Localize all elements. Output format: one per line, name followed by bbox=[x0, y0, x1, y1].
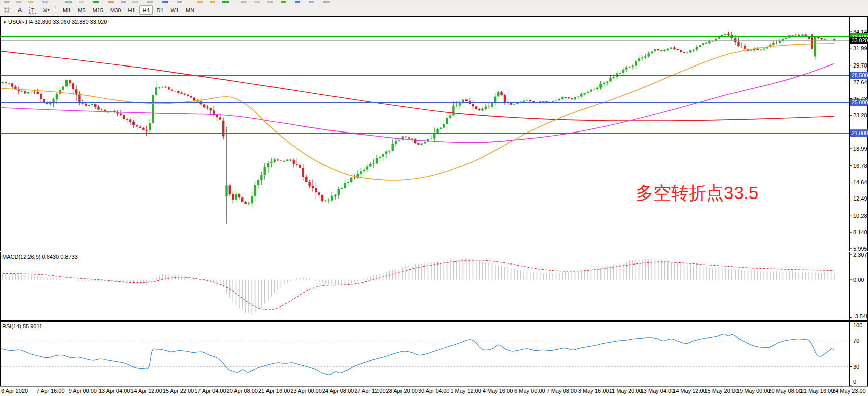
timeframe-button-m5[interactable]: M5 bbox=[75, 5, 88, 15]
mt4-window: F A T ⇲ ▾ M1M5M15M30H1H4D1W1MN ▼USOil-,H… bbox=[0, 0, 868, 396]
toolbar-icon-fragment bbox=[42, 1, 48, 3]
svg-text:12.495: 12.495 bbox=[853, 195, 868, 202]
svg-text:-3.5484: -3.5484 bbox=[853, 313, 868, 319]
svg-text:5.995: 5.995 bbox=[853, 246, 867, 252]
collapse-triangle-icon[interactable]: ▼ bbox=[3, 20, 7, 25]
toolbar-icon-fragment bbox=[177, 1, 182, 3]
annotation-text[interactable]: 多空转折点33.5 bbox=[636, 181, 758, 205]
toolbar-icon-fragment bbox=[295, 1, 300, 3]
toolbar-icon-fragment bbox=[28, 1, 34, 3]
toolbar: F A T ⇲ ▾ M1M5M15M30H1H4D1W1MN bbox=[0, 4, 868, 16]
font-tool[interactable]: A bbox=[14, 5, 26, 15]
svg-text:0: 0 bbox=[853, 379, 856, 385]
toolbar-icon-fragment bbox=[132, 1, 138, 3]
toolbar-icon-fragment bbox=[147, 1, 153, 3]
time-axis[interactable]: 6 Apr 20207 Apr 16:009 Apr 00:0013 Apr 0… bbox=[0, 387, 868, 396]
toolbar-icon-fragment bbox=[281, 1, 286, 3]
rsi-line bbox=[1, 334, 834, 375]
symbol-label: USOil-,H4 bbox=[8, 19, 33, 25]
letter-t-icon: T bbox=[29, 7, 37, 14]
timeframe-button-h4[interactable]: H4 bbox=[139, 5, 152, 15]
toolbar-icon-fragment bbox=[65, 1, 72, 3]
grid-dots-icon: F bbox=[4, 7, 10, 13]
toolbar-icon-fragment bbox=[162, 1, 168, 3]
svg-text:18.995: 18.995 bbox=[853, 146, 868, 152]
rsi-panel[interactable]: 10070300 bbox=[0, 321, 868, 387]
macd-indicator-label: MACD(12,26,9) 0.6430 0.8733 bbox=[2, 254, 78, 260]
toolbar-icon-fragment bbox=[4, 1, 10, 3]
ma-slow-red bbox=[1, 51, 834, 121]
svg-text:8.140: 8.140 bbox=[853, 229, 867, 235]
svg-text:100: 100 bbox=[853, 322, 862, 328]
svg-text:2.3072: 2.3072 bbox=[853, 252, 868, 258]
chevron-down-icon: ▾ bbox=[48, 8, 49, 12]
main-price-chart[interactable]: 34.14031.99529.78527.64025.48523.28521.1… bbox=[0, 16, 868, 252]
toolbar-icon-fragment bbox=[254, 1, 260, 3]
text-label-tool[interactable]: T bbox=[27, 5, 39, 15]
toolbar-icon-fragment bbox=[222, 1, 229, 3]
svg-text:29.785: 29.785 bbox=[853, 62, 868, 69]
timeframe-button-group: M1M5M15M30H1H4D1W1MN bbox=[59, 5, 198, 15]
svg-text:70: 70 bbox=[853, 338, 859, 344]
toolbar-icon-fragment bbox=[197, 1, 203, 3]
rsi-indicator-label: RSI(14) 55.9011 bbox=[2, 323, 42, 329]
macd-panel[interactable]: 2.30720.00-3.5484 bbox=[0, 252, 868, 321]
timeframe-button-m15[interactable]: M15 bbox=[90, 5, 106, 15]
svg-text:30: 30 bbox=[853, 364, 859, 370]
time-axis-label: 24 May 23:00 bbox=[826, 388, 868, 394]
ohlc-values: 32.890 33.060 32.880 33.020 bbox=[35, 19, 107, 25]
svg-text:10.285: 10.285 bbox=[853, 213, 868, 219]
toolbar-icon-fragment bbox=[16, 1, 21, 3]
svg-text:33.020: 33.020 bbox=[852, 37, 868, 43]
crosshair-grid-tool[interactable]: F bbox=[1, 5, 13, 15]
svg-text:28.500: 28.500 bbox=[852, 72, 868, 78]
toolbar-separator bbox=[55, 6, 56, 14]
timeframe-button-m1[interactable]: M1 bbox=[60, 5, 74, 15]
toolbar-icon-fragment bbox=[309, 1, 314, 3]
chart-window[interactable]: ▼USOil-,H4 32.890 33.060 32.880 33.020 M… bbox=[0, 16, 868, 396]
svg-text:0.00: 0.00 bbox=[853, 277, 864, 283]
toolbar-clipped-row bbox=[0, 0, 868, 4]
toolbar-icon-fragment bbox=[121, 1, 126, 3]
svg-text:23.285: 23.285 bbox=[853, 112, 868, 118]
svg-text:16.785: 16.785 bbox=[853, 163, 868, 169]
timeframe-button-d1[interactable]: D1 bbox=[154, 5, 167, 15]
toolbar-icon-fragment bbox=[79, 1, 84, 3]
arrows-icon: ⇲ bbox=[42, 7, 46, 13]
toolbar-icon-fragment bbox=[108, 1, 114, 3]
svg-text:31.995: 31.995 bbox=[853, 45, 868, 51]
toolbar-icon-fragment bbox=[267, 1, 273, 3]
arrow-objects-tool[interactable]: ⇲ ▾ bbox=[40, 5, 52, 15]
chart-title: ▼USOil-,H4 32.890 33.060 32.880 33.020 bbox=[3, 19, 107, 25]
svg-text:14.640: 14.640 bbox=[853, 179, 868, 185]
timeframe-button-mn[interactable]: MN bbox=[183, 5, 197, 15]
svg-text:27.640: 27.640 bbox=[853, 79, 868, 85]
toolbar-icon-fragment bbox=[323, 1, 330, 3]
toolbar-icon-fragment bbox=[93, 1, 99, 3]
toolbar-icon-fragment bbox=[210, 1, 215, 3]
timeframe-button-m30[interactable]: M30 bbox=[107, 5, 124, 15]
letter-a-icon: A bbox=[18, 6, 22, 14]
svg-text:21.000: 21.000 bbox=[852, 130, 868, 136]
toolbar-icon-fragment bbox=[241, 1, 247, 3]
timeframe-button-h1[interactable]: H1 bbox=[125, 5, 138, 15]
timeframe-button-w1[interactable]: W1 bbox=[168, 5, 182, 15]
svg-text:25.000: 25.000 bbox=[852, 99, 868, 105]
